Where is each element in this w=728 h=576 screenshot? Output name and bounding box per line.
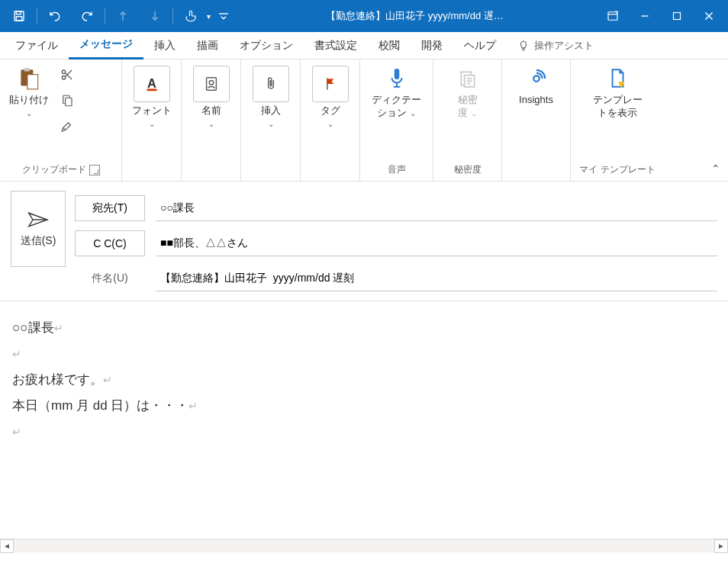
paintbrush-icon — [60, 120, 74, 134]
title-bar: ▾ 【勤怠連絡】山田花子 yyyy/mm/dd 遅… — [0, 0, 728, 32]
font-icon: A — [134, 66, 170, 102]
close-button[interactable] — [693, 0, 725, 32]
window-title: 【勤怠連絡】山田花子 yyyy/mm/dd 遅… — [233, 9, 597, 23]
to-field[interactable] — [156, 195, 717, 221]
save-button[interactable] — [3, 0, 35, 32]
paste-label: 貼り付け — [9, 94, 49, 107]
tab-review[interactable]: 校閲 — [368, 32, 411, 60]
cut-button[interactable] — [56, 64, 78, 85]
to-row: 宛先(T) — [75, 191, 717, 226]
redo-button[interactable] — [71, 0, 103, 32]
group-clipboard: 貼り付け⌄ クリップボード — [0, 60, 122, 181]
format-painter-button[interactable] — [56, 116, 78, 137]
message-body[interactable]: ○○課長↵ ↵ お疲れ様です。↵ 本日（mm 月 dd 日）は・・・↵ ↵ — [0, 301, 728, 459]
minimize-button[interactable] — [629, 0, 661, 32]
touch-mode-dropdown[interactable]: ▾ — [207, 12, 214, 21]
send-label: 送信(S) — [21, 233, 56, 247]
separator — [172, 8, 173, 24]
attach-button[interactable]: 挿入⌄ — [248, 63, 294, 132]
paragraph-mark-icon: ↵ — [54, 322, 63, 334]
maximize-button[interactable] — [661, 0, 693, 32]
dictation-button[interactable]: ディクテー ション ⌄ — [367, 63, 426, 123]
collapse-ribbon-button[interactable]: ⌃ — [711, 163, 720, 175]
paperclip-icon — [253, 66, 289, 102]
name-label: 名前 — [201, 105, 221, 117]
tell-me-search[interactable]: 操作アシスト — [507, 39, 604, 53]
font-button[interactable]: A フォント⌄ — [127, 63, 176, 132]
separator — [37, 8, 37, 24]
prev-item-button — [107, 0, 139, 32]
insights-button[interactable]: Insights — [514, 63, 558, 110]
ribbon: 貼り付け⌄ クリップボード A — [0, 60, 728, 182]
microphone-icon — [387, 66, 407, 92]
touch-mode-button[interactable] — [175, 0, 207, 32]
tab-draw[interactable]: 描画 — [186, 32, 229, 60]
font-label: フォント — [132, 105, 172, 117]
to-button[interactable]: 宛先(T) — [75, 195, 145, 221]
message-header-fields: 送信(S) 宛先(T) C C(C) 件名(U) — [0, 182, 728, 296]
svg-rect-24 — [394, 69, 399, 79]
dictation-label-1: ディクテー — [372, 94, 421, 107]
undo-button[interactable] — [39, 0, 71, 32]
tab-help[interactable]: ヘルプ — [453, 32, 507, 60]
send-icon — [27, 211, 49, 229]
insights-label: Insights — [519, 94, 553, 107]
separator — [105, 8, 105, 24]
group-label-clipboard: クリップボード — [22, 163, 86, 176]
paragraph-mark-icon: ↵ — [188, 400, 198, 412]
copy-icon — [60, 94, 74, 108]
group-label-sensitivity: 秘密度 — [454, 163, 482, 176]
subject-field[interactable] — [156, 265, 717, 291]
cc-button[interactable]: C C(C) — [75, 230, 145, 256]
customize-qat-button[interactable] — [214, 0, 233, 32]
group-voice: ディクテー ション ⌄ 音声 — [360, 60, 433, 181]
tag-label: タグ — [321, 105, 340, 117]
svg-text:A: A — [147, 76, 156, 90]
svg-rect-28 — [464, 76, 474, 87]
tag-button[interactable]: タグ⌄ — [308, 63, 353, 132]
template-icon — [607, 66, 627, 92]
chevron-down-icon: ⌄ — [26, 108, 32, 118]
paste-button[interactable]: 貼り付け⌄ — [5, 63, 53, 121]
group-name: 名前⌄ — [182, 60, 241, 181]
message-body-area: ○○課長↵ ↵ お疲れ様です。↵ 本日（mm 月 dd 日）は・・・↵ ↵ — [0, 301, 728, 539]
body-line: ○○課長 — [12, 320, 54, 335]
tab-insert[interactable]: 挿入 — [143, 32, 186, 60]
svg-rect-11 — [24, 68, 30, 71]
insights-icon — [525, 66, 548, 92]
cc-field[interactable] — [156, 230, 717, 256]
group-font: A フォント⌄ — [122, 60, 182, 181]
tab-file[interactable]: ファイル — [5, 32, 69, 60]
chevron-down-icon: ⌄ — [268, 119, 274, 129]
group-template: テンプレー トを表示 マイ テンプレート — [571, 60, 728, 181]
scroll-left-button[interactable]: ◄ — [0, 539, 14, 553]
paragraph-mark-icon: ↵ — [12, 348, 21, 360]
svg-rect-7 — [674, 13, 681, 20]
svg-rect-4 — [608, 12, 617, 21]
chevron-down-icon: ⌄ — [327, 119, 333, 129]
clipboard-dialog-launcher[interactable] — [89, 165, 100, 175]
template-button[interactable]: テンプレー トを表示 — [588, 63, 647, 123]
template-label-1: テンプレー — [593, 94, 643, 107]
next-item-button — [139, 0, 171, 32]
tab-message[interactable]: メッセージ — [69, 32, 143, 60]
tab-format[interactable]: 書式設定 — [304, 32, 368, 60]
svg-point-22 — [209, 80, 214, 85]
copy-button[interactable] — [56, 90, 78, 111]
paragraph-mark-icon: ↵ — [103, 374, 112, 386]
horizontal-scrollbar[interactable]: ◄ ► — [0, 539, 728, 552]
send-button[interactable]: 送信(S) — [11, 191, 66, 267]
ribbon-display-button[interactable] — [597, 0, 629, 32]
paragraph-mark-icon: ↵ — [12, 426, 21, 438]
svg-rect-20 — [147, 88, 156, 91]
sensitivity-icon — [458, 66, 478, 92]
svg-rect-1 — [16, 11, 21, 14]
name-button[interactable]: 名前⌄ — [188, 63, 234, 132]
scroll-right-button[interactable]: ► — [714, 539, 728, 553]
group-tag: タグ⌄ — [301, 60, 360, 181]
tab-options[interactable]: オプション — [229, 32, 304, 60]
sensitivity-label-2: 度 — [458, 107, 468, 118]
ribbon-tabs: ファイル メッセージ 挿入 描画 オプション 書式設定 校閲 開発 ヘルプ 操作… — [0, 32, 728, 60]
tab-developer[interactable]: 開発 — [411, 32, 453, 60]
group-sensitivity: 秘密 度 ⌄ 秘密度 — [433, 60, 502, 181]
